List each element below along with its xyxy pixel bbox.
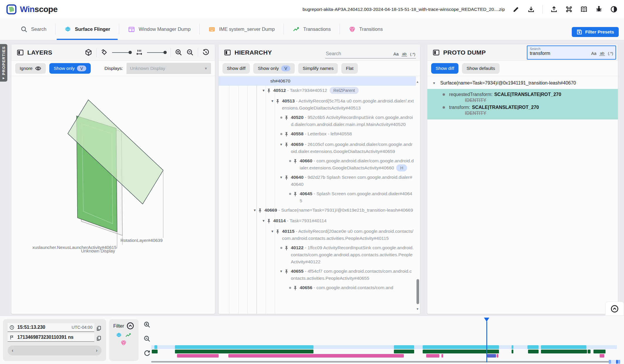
pin-icon[interactable] bbox=[267, 87, 273, 95]
timeline-cursor-line[interactable] bbox=[486, 321, 487, 362]
reset-view-icon[interactable] bbox=[202, 49, 210, 56]
pin-icon[interactable] bbox=[293, 190, 300, 198]
surface-flinger-row-segment[interactable] bbox=[527, 345, 539, 349]
collapse-arrow-icon[interactable]: ▼ bbox=[278, 141, 284, 148]
surface-flinger-row-segment[interactable] bbox=[154, 345, 157, 349]
tab-ime-system-server-dump[interactable]: IME system_server Dump bbox=[200, 18, 284, 40]
edit-file-icon[interactable] bbox=[512, 6, 520, 13]
transactions-row-segment[interactable] bbox=[593, 350, 606, 353]
pin-icon[interactable] bbox=[284, 141, 291, 149]
surface-flinger-row-segment[interactable] bbox=[541, 345, 586, 349]
pin-icon[interactable] bbox=[276, 97, 282, 106]
transactions-row-segment[interactable] bbox=[541, 350, 587, 353]
transactions-row-segment[interactable] bbox=[588, 350, 591, 353]
tab-search[interactable]: Search bbox=[12, 18, 55, 40]
whole-word-icon[interactable]: ab bbox=[599, 51, 605, 56]
transactions-row-segment[interactable] bbox=[512, 350, 513, 353]
upload-icon[interactable] bbox=[550, 6, 558, 13]
transitions-row-segment[interactable] bbox=[441, 354, 443, 358]
tree-node-40660[interactable]: 40660 - com.google.android.dialer/com.go… bbox=[219, 156, 416, 173]
download-icon[interactable] bbox=[527, 6, 535, 13]
3d-view-icon[interactable] bbox=[85, 49, 92, 56]
transitions-row-segment[interactable] bbox=[228, 354, 404, 358]
dark-mode-toggle-icon[interactable] bbox=[610, 6, 618, 13]
collapse-arrow-icon[interactable]: ▼ bbox=[278, 268, 284, 275]
transactions-row-segment[interactable] bbox=[394, 350, 414, 353]
pin-icon[interactable] bbox=[284, 174, 291, 182]
tree-node-40655[interactable]: ▼40655 - 4f54cf7 com.google.android.cont… bbox=[219, 267, 416, 283]
documentation-icon[interactable] bbox=[580, 6, 588, 13]
pin-icon[interactable] bbox=[293, 157, 300, 166]
collapse-arrow-icon[interactable]: ▼ bbox=[260, 217, 267, 224]
transactions-row-segment[interactable] bbox=[423, 350, 499, 353]
show-only-chip[interactable]: Show only V bbox=[253, 63, 295, 74]
tree-node-40645[interactable]: 40645 - Splash Screen com.google.android… bbox=[219, 189, 416, 205]
surface-flinger-row-segment[interactable] bbox=[512, 345, 513, 349]
displays-select[interactable]: Unknown Display ▼ bbox=[127, 63, 211, 74]
report-bug-icon[interactable] bbox=[595, 6, 603, 13]
tree-node-40669[interactable]: ▼40669 - Surface(name=Task=7931)/@0x619e… bbox=[219, 205, 416, 216]
collapse-arrow-icon[interactable]: ▼ bbox=[252, 207, 258, 214]
transitions-row-segment[interactable] bbox=[426, 354, 439, 358]
collapse-arrow-icon[interactable]: ▼ bbox=[269, 228, 276, 235]
collapse-arrow-icon[interactable]: ▼ bbox=[278, 174, 284, 181]
collapse-arrow-icon[interactable]: ▼ bbox=[260, 87, 267, 94]
tree-node-40656[interactable]: 40656 - com.google.android.contacts/com.… bbox=[219, 283, 416, 294]
hscrollbar-handle[interactable] bbox=[609, 360, 611, 364]
scroll-up-arrow[interactable]: ▲ bbox=[416, 80, 419, 83]
property-row[interactable]: transform:SCALE|TRANSLATE|ROT_270 bbox=[427, 104, 618, 110]
shortcuts-icon[interactable] bbox=[565, 6, 573, 13]
regex-icon[interactable]: (.*) bbox=[410, 52, 415, 56]
pin-icon[interactable] bbox=[284, 268, 291, 276]
pin-icon[interactable] bbox=[276, 228, 282, 236]
surface-flinger-row-segment[interactable] bbox=[394, 345, 414, 349]
timeline-canvas[interactable] bbox=[0, 316, 624, 364]
pin-icon[interactable] bbox=[293, 284, 300, 292]
zoom-out-icon[interactable] bbox=[186, 49, 194, 56]
timeline-collapse-tab[interactable] bbox=[605, 301, 624, 316]
transitions-row-segment[interactable] bbox=[497, 354, 498, 358]
transactions-row-segment[interactable] bbox=[175, 350, 313, 353]
simplify-names-chip[interactable]: Simplify names bbox=[298, 63, 338, 74]
tree-node-40114[interactable]: ▼40114 - Task=7931#40114 bbox=[219, 216, 416, 227]
surface-flinger-row-segment[interactable] bbox=[175, 345, 313, 349]
match-case-icon[interactable]: Aa bbox=[393, 52, 399, 56]
tree-node-40512[interactable]: ▼40512 - Task=7934#40512RelZParent bbox=[219, 86, 416, 96]
pin-icon[interactable] bbox=[267, 217, 273, 225]
tree-node-40115[interactable]: ▼40115 - ActivityRecord{20ace0e u0 com.g… bbox=[219, 227, 416, 243]
hscrollbar-handle[interactable] bbox=[618, 360, 620, 364]
tree-node[interactable]: sh#40670 bbox=[219, 76, 416, 86]
transactions-row-segment[interactable] bbox=[152, 350, 158, 353]
scroll-down-arrow[interactable]: ▼ bbox=[416, 307, 419, 311]
filter-presets-button[interactable]: Filter Presets bbox=[572, 27, 619, 37]
hscrollbar-handle[interactable] bbox=[611, 360, 616, 364]
scrollbar-thumb[interactable] bbox=[416, 279, 419, 304]
transitions-row-active-segment[interactable] bbox=[487, 354, 496, 358]
tree-node-40659[interactable]: ▼40659 - 26105cf com.google.android.dial… bbox=[219, 140, 416, 156]
regex-icon[interactable]: (.*) bbox=[608, 51, 613, 55]
tree-node-40640[interactable]: ▼40640 - 9d2d27b Splash Screen com.googl… bbox=[219, 173, 416, 189]
zoom-in-icon[interactable] bbox=[175, 49, 182, 56]
tab-surface-flinger[interactable]: Surface Flinger bbox=[55, 18, 119, 40]
surface-flinger-row-segment[interactable] bbox=[423, 345, 499, 349]
collapse-arrow-icon[interactable]: ▼ bbox=[431, 80, 437, 87]
property-row[interactable]: requestedTransform:SCALE|TRANSLATE|ROT_2… bbox=[427, 91, 618, 97]
whole-word-icon[interactable]: ab bbox=[402, 52, 407, 56]
match-case-icon[interactable]: Aa bbox=[591, 51, 596, 56]
tree-node-40558[interactable]: 40558 - Letterbox - left#40558 bbox=[219, 129, 416, 140]
pin-icon[interactable] bbox=[284, 130, 291, 139]
transitions-row-segment[interactable] bbox=[600, 354, 604, 358]
tab-window-manager-dump[interactable]: Window Manager Dump bbox=[119, 18, 199, 40]
show-diff-chip[interactable]: Show diff bbox=[222, 63, 250, 74]
show-only-chip[interactable]: Show only V bbox=[49, 63, 91, 74]
hierarchy-search-field[interactable]: Search Aa ab (.*) bbox=[325, 49, 416, 58]
tab-transactions[interactable]: Transactions bbox=[284, 18, 340, 40]
rotation-slider[interactable] bbox=[112, 52, 131, 53]
layers-3d-view[interactable]: RotationLayer#40639xuslauncher.NexusLaun… bbox=[11, 76, 215, 314]
tab-transitions[interactable]: Transitions bbox=[340, 18, 392, 40]
pin-icon[interactable] bbox=[258, 207, 264, 215]
collapse-arrow-icon[interactable]: ▼ bbox=[269, 97, 276, 105]
pin-icon[interactable] bbox=[284, 114, 291, 122]
properties-side-tab[interactable]: PROPERTIES ▶ bbox=[0, 44, 7, 82]
show-defaults-chip[interactable]: Show defaults bbox=[462, 63, 499, 74]
